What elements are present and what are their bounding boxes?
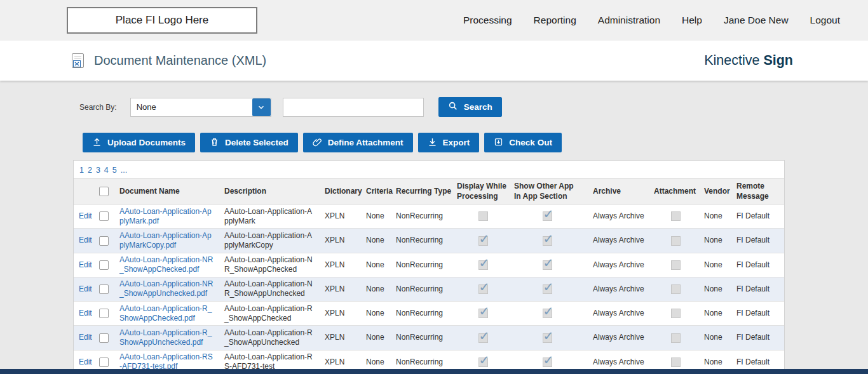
- upload-icon: [92, 137, 102, 149]
- row-checkbox[interactable]: [99, 357, 109, 367]
- select-all-checkbox[interactable]: [99, 187, 109, 196]
- cell-document-name: AAuto-Loan-Application-NR_ShowAppChecked…: [116, 253, 220, 277]
- search-by-label: Search By:: [79, 103, 117, 112]
- page-link-3[interactable]: 3: [96, 166, 100, 175]
- nav-administration[interactable]: Administration: [598, 15, 660, 26]
- display-while-processing-checkbox[interactable]: [478, 357, 488, 367]
- edit-link[interactable]: Edit: [79, 284, 92, 293]
- cell-edit: Edit: [74, 204, 97, 229]
- document-name-link[interactable]: AAuto-Loan-Application-R_ShowAppChecked.…: [119, 304, 212, 323]
- cell-show-other-app: [512, 326, 583, 350]
- nav-reporting[interactable]: Reporting: [534, 15, 576, 26]
- cell-criteria: None: [360, 229, 391, 253]
- export-button[interactable]: Export: [418, 133, 480, 152]
- row-checkbox[interactable]: [99, 284, 109, 294]
- nav-logout[interactable]: Logout: [810, 15, 840, 26]
- cell-vendor: None: [700, 326, 731, 350]
- header-description: Description: [220, 179, 322, 204]
- display-while-processing-checkbox[interactable]: [478, 309, 488, 318]
- cell-criteria: None: [360, 204, 391, 229]
- show-other-app-checkbox[interactable]: [543, 357, 552, 367]
- attachment-checkbox[interactable]: [671, 333, 681, 343]
- cell-dictionary: XPLN: [322, 204, 360, 229]
- edit-link[interactable]: Edit: [79, 260, 92, 269]
- edit-link[interactable]: Edit: [79, 211, 92, 220]
- search-button[interactable]: Search: [438, 97, 502, 117]
- define-attachment-button[interactable]: Define Attachment: [303, 133, 413, 152]
- chevron-down-icon: [252, 98, 271, 116]
- check-out-button[interactable]: Check Out: [484, 133, 562, 152]
- nav-processing[interactable]: Processing: [463, 15, 512, 26]
- cell-criteria: None: [360, 277, 391, 301]
- search-by-dropdown[interactable]: None: [130, 98, 271, 117]
- show-other-app-checkbox[interactable]: [543, 236, 552, 246]
- brand-name: Kinective: [704, 53, 759, 69]
- row-checkbox[interactable]: [99, 309, 109, 318]
- show-other-app-checkbox[interactable]: [543, 260, 552, 270]
- nav-help[interactable]: Help: [682, 15, 702, 26]
- nav-user[interactable]: Jane Doe New: [724, 15, 789, 26]
- row-checkbox[interactable]: [99, 236, 109, 246]
- upload-documents-button[interactable]: Upload Documents: [83, 133, 195, 152]
- display-while-processing-checkbox[interactable]: [478, 284, 488, 294]
- cell-document-name: AAuto-Loan-Application-R_ShowAppUnchecke…: [116, 326, 220, 350]
- document-name-link[interactable]: AAuto-Loan-Application-NR_ShowAppChecked…: [119, 255, 213, 274]
- edit-link[interactable]: Edit: [79, 357, 92, 366]
- header-edit-column: [74, 179, 97, 204]
- edit-link[interactable]: Edit: [79, 333, 92, 342]
- page-link-5[interactable]: 5: [112, 166, 117, 175]
- cell-recurring-type: NonRecurring: [391, 302, 454, 326]
- cell-remote-message: FI Default: [731, 302, 785, 326]
- cell-description: AAuto-Loan-Application-ApplyMarkCopy: [220, 229, 322, 253]
- show-other-app-checkbox[interactable]: [543, 211, 552, 221]
- cell-vendor: None: [700, 229, 731, 253]
- attachment-checkbox[interactable]: [671, 260, 681, 270]
- display-while-processing-checkbox[interactable]: [478, 236, 488, 246]
- attachment-checkbox[interactable]: [671, 284, 681, 294]
- attachment-checkbox[interactable]: [671, 236, 681, 246]
- show-other-app-checkbox[interactable]: [543, 333, 552, 343]
- row-checkbox[interactable]: [99, 211, 109, 221]
- main-nav: Processing Reporting Administration Help…: [463, 15, 840, 26]
- page-link-2[interactable]: 2: [88, 166, 92, 175]
- cell-remote-message: FI Default: [731, 253, 785, 277]
- search-input[interactable]: [283, 98, 424, 117]
- header-dictionary: Dictionary: [322, 179, 360, 204]
- page-link-4[interactable]: 4: [104, 166, 109, 175]
- cell-attachment: [651, 326, 700, 350]
- attachment-checkbox[interactable]: [671, 309, 681, 318]
- edit-link[interactable]: Edit: [79, 309, 92, 317]
- show-other-app-checkbox[interactable]: [543, 309, 552, 318]
- cell-attachment: [651, 253, 700, 277]
- header-vendor: Vendor: [700, 179, 731, 204]
- page-link-1[interactable]: 1: [79, 166, 84, 175]
- display-while-processing-checkbox[interactable]: [478, 211, 488, 221]
- cell-dictionary: XPLN: [322, 302, 360, 326]
- page-header: Document Maintenance (XML) Kinective Sig…: [0, 41, 868, 81]
- cell-dictionary: XPLN: [322, 253, 360, 277]
- header-select-column: [97, 179, 116, 204]
- search-icon: [448, 101, 458, 113]
- display-while-processing-checkbox[interactable]: [478, 333, 488, 343]
- edit-link[interactable]: Edit: [79, 236, 92, 244]
- attachment-checkbox[interactable]: [671, 211, 681, 221]
- show-other-app-checkbox[interactable]: [543, 284, 552, 294]
- document-name-link[interactable]: AAuto-Loan-Application-RS-AFD731-test.pd…: [119, 352, 213, 371]
- cell-show-other-app: [512, 277, 583, 301]
- fi-logo-placeholder: Place FI Logo Here: [67, 7, 257, 34]
- attachment-checkbox[interactable]: [671, 357, 681, 367]
- document-name-link[interactable]: AAuto-Loan-Application-NR_ShowAppUncheck…: [119, 279, 213, 298]
- cell-select: [97, 277, 116, 301]
- cell-edit: Edit: [74, 326, 97, 350]
- row-checkbox[interactable]: [99, 260, 109, 270]
- cell-select: [97, 302, 116, 326]
- row-checkbox[interactable]: [99, 333, 109, 343]
- document-name-link[interactable]: AAuto-Loan-Application-ApplyMarkCopy.pdf: [119, 231, 212, 250]
- document-name-link[interactable]: AAuto-Loan-Application-ApplyMark.pdf: [119, 207, 212, 225]
- display-while-processing-checkbox[interactable]: [478, 260, 488, 270]
- delete-selected-button[interactable]: Delete Selected: [200, 133, 298, 152]
- cell-archive: Always Archive: [583, 229, 651, 253]
- document-name-link[interactable]: AAuto-Loan-Application-R_ShowAppUnchecke…: [119, 328, 212, 347]
- toolbar: Upload Documents Delete Selected Define …: [83, 133, 868, 152]
- page-link-ellipsis[interactable]: ...: [121, 166, 127, 175]
